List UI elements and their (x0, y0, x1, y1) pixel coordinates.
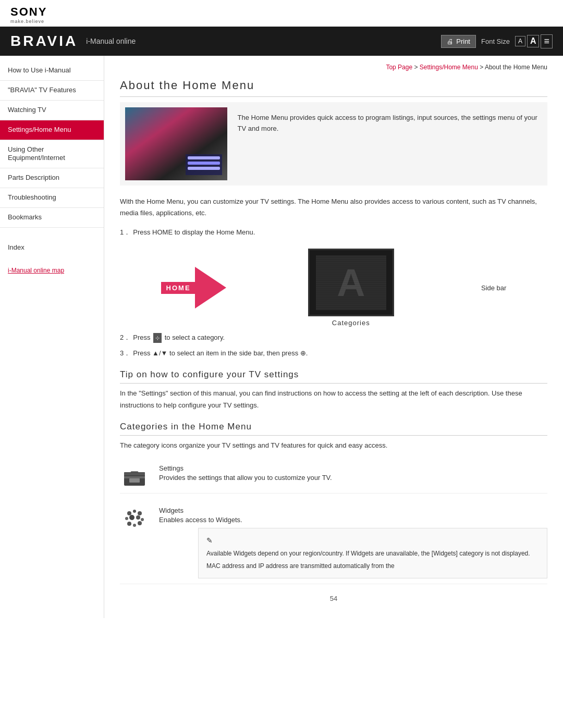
sidebar-map-link[interactable]: i-Manual online map (0, 262, 104, 279)
print-button[interactable]: 🖨 Print (441, 35, 476, 48)
breadcrumb-settings[interactable]: Settings/Home Menu (420, 64, 478, 71)
categories-heading: Categories in the Home Menu (120, 422, 547, 436)
sidebar-label-container: Side bar (476, 284, 506, 292)
svg-rect-3 (124, 472, 145, 475)
print-icon: 🖨 (447, 38, 454, 45)
main-layout: How to Use i-Manual "BRAVIA" TV Features… (0, 56, 563, 618)
sidebar-item-using-other[interactable]: Using Other Equipment/Internet (0, 140, 104, 169)
category-item-settings: Settings Provides the settings that allo… (120, 459, 547, 493)
sidebar-item-settings-home-menu[interactable]: Settings/Home Menu (0, 120, 104, 140)
diagram-right: A Categories (308, 249, 394, 327)
font-size-small-button[interactable]: A (515, 36, 525, 46)
page-title: About the Home Menu (120, 79, 547, 97)
menu-bar-3 (188, 167, 220, 170)
settings-category-info: Settings Provides the settings that allo… (159, 464, 547, 482)
tip-text: In the "Settings" section of this manual… (120, 388, 547, 411)
categories-intro: The category icons organize your TV sett… (120, 440, 547, 451)
breadcrumb-sep2: > (480, 64, 483, 71)
home-label: HOME (161, 282, 196, 294)
header-left: BRAVIA i-Manual online (10, 33, 136, 50)
intro-section: The Home Menu provides quick access to p… (120, 102, 547, 186)
sidebar-item-index[interactable]: Index (0, 238, 104, 256)
svg-point-13 (133, 524, 136, 527)
bravia-logo: BRAVIA (10, 33, 78, 50)
widgets-category-icon (121, 507, 148, 529)
widgets-note-box: ✎ Available Widgets depend on your regio… (198, 528, 547, 578)
font-lines-button[interactable]: ≡ (541, 34, 553, 48)
sidebar: How to Use i-Manual "BRAVIA" TV Features… (0, 56, 104, 618)
sidebar-item-how-to-use[interactable]: How to Use i-Manual (0, 61, 104, 81)
tv-screen-inner: A (316, 255, 386, 310)
font-size-controls: A A ≡ (515, 34, 553, 48)
step-3-text: Press ▲/▼ to select an item in the side … (133, 348, 308, 359)
settings-category-name: Settings (159, 464, 547, 472)
sony-logo: SONY (10, 5, 553, 19)
settings-category-icon (121, 465, 148, 487)
svg-point-9 (129, 515, 134, 520)
step-1: 1． Press HOME to display the Home Menu. (120, 227, 547, 238)
menu-bar-1 (188, 156, 220, 159)
header-right: 🖨 Print Font Size A A ≡ (441, 34, 553, 48)
sidebar-item-watching-tv[interactable]: Watching TV (0, 101, 104, 120)
svg-rect-4 (129, 478, 140, 483)
step-2-num: 2． (120, 332, 130, 343)
widgets-icon-container (120, 507, 149, 530)
svg-point-10 (136, 515, 140, 520)
page-number: 54 (330, 595, 337, 602)
sidebar-item-troubleshooting[interactable]: Troubleshooting (0, 188, 104, 208)
home-arrow-group: HOME (161, 267, 226, 309)
sidebar-item-bookmarks[interactable]: Bookmarks (0, 208, 104, 228)
note-icon: ✎ (206, 535, 539, 546)
sidebar-item-parts-description[interactable]: Parts Description (0, 168, 104, 188)
body-text: With the Home Menu, you can customize yo… (120, 196, 547, 219)
intro-text: The Home Menu provides quick access to p… (238, 107, 542, 180)
step-1-num: 1． (120, 227, 130, 238)
step-3: 3． Press ▲/▼ to select an item in the si… (120, 348, 547, 359)
svg-point-14 (138, 521, 142, 525)
sidebar-item-bravia-features[interactable]: "BRAVIA" TV Features (0, 81, 104, 101)
categories-diagram-label: Categories (332, 319, 370, 327)
sony-header-area: SONY make.believe (0, 0, 563, 27)
arrow-diagram: HOME A Categories Side bar (120, 249, 547, 327)
note-line-2: MAC address and IP address are transmitt… (206, 561, 539, 571)
menu-bar-2 (188, 162, 220, 165)
font-size-large-button[interactable]: A (527, 35, 540, 47)
print-label: Print (456, 38, 470, 45)
tv-screenshot: A (308, 249, 394, 316)
category-item-widgets: Widgets Enables access to Widgets. ✎ Ava… (120, 501, 547, 584)
header-bar: BRAVIA i-Manual online 🖨 Print Font Size… (0, 27, 563, 56)
font-size-label: Font Size (481, 38, 510, 45)
svg-point-8 (125, 517, 128, 520)
widgets-category-name: Widgets (159, 507, 547, 514)
page-footer: 54 (120, 595, 547, 602)
home-menu-image (125, 107, 227, 180)
arrow-container (196, 267, 226, 309)
header-subtitle: i-Manual online (86, 37, 136, 45)
arrow-right-icon (195, 267, 226, 309)
step-2-text: Press ⊹ to select a category. (133, 332, 225, 343)
settings-category-desc: Provides the settings that allow you to … (159, 474, 547, 482)
svg-rect-1 (124, 476, 145, 478)
sidebar-label: Side bar (481, 284, 506, 292)
svg-point-7 (138, 511, 142, 515)
breadcrumb: Top Page > Settings/Home Menu > About th… (120, 64, 547, 71)
breadcrumb-current: About the Home Menu (485, 64, 547, 71)
settings-icon-container (120, 464, 149, 488)
svg-point-12 (127, 522, 131, 526)
home-button-area: HOME (161, 282, 196, 294)
content-area: Top Page > Settings/Home Menu > About th… (104, 56, 563, 618)
widgets-category-desc: Enables access to Widgets. (159, 516, 547, 524)
breadcrumb-top-page[interactable]: Top Page (386, 64, 412, 71)
home-menu-image-overlay (186, 154, 222, 175)
note-line-1: Available Widgets depend on your region/… (206, 549, 539, 559)
step-3-num: 3． (120, 348, 130, 359)
step-1-text: Press HOME to display the Home Menu. (133, 227, 255, 238)
tip-heading: Tip on how to configure your TV settings (120, 369, 547, 384)
svg-point-6 (133, 510, 136, 513)
step-2-icon: ⊹ (153, 333, 162, 343)
sony-tagline: make.believe (10, 19, 553, 24)
breadcrumb-sep1: > (414, 64, 418, 71)
svg-point-5 (127, 511, 131, 515)
step-2: 2． Press ⊹ to select a category. (120, 332, 547, 343)
svg-point-11 (141, 518, 144, 521)
